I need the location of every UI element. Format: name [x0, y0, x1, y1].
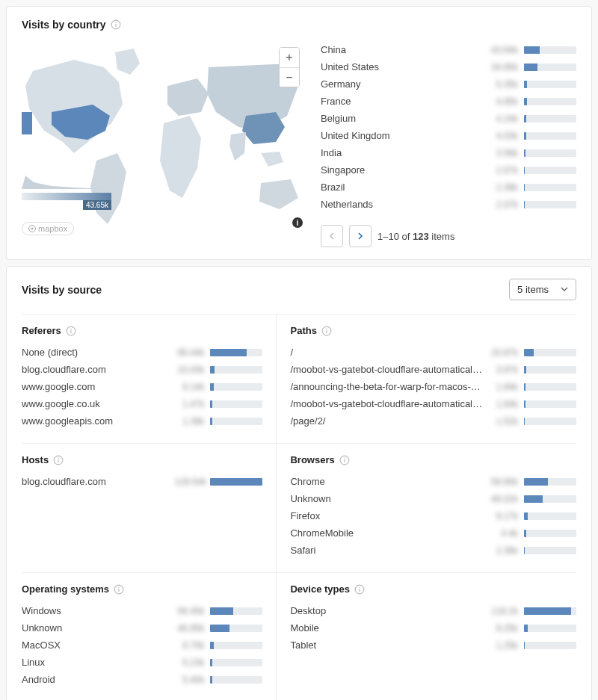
referers-bar	[210, 366, 262, 374]
browsers-bar	[524, 495, 576, 503]
info-icon[interactable]	[111, 19, 121, 30]
paths-label: /	[290, 347, 482, 358]
device-row: Desktop118.2k	[290, 602, 576, 619]
world-map[interactable]: + − 43.65k mapbox i	[22, 41, 306, 247]
country-label: Belgium	[321, 113, 482, 124]
paths-title: Paths	[290, 325, 576, 336]
mapbox-attribution[interactable]: mapbox	[22, 222, 74, 235]
os-label: Android	[22, 674, 168, 685]
paths-value: 1.52k	[488, 416, 518, 427]
country-value: 2.38k	[488, 182, 518, 193]
paths-title-text: Paths	[290, 325, 316, 336]
country-pager: 1–10 of 123 items	[321, 225, 576, 247]
svg-rect-3	[22, 112, 32, 134]
visits-by-country-title: Visits by country	[22, 19, 576, 31]
browsers-value: 46.02k	[488, 494, 518, 504]
os-row: MacOSX8.70k	[22, 636, 262, 654]
device-bar	[524, 642, 576, 649]
os-title: Operating systems	[22, 583, 262, 595]
info-icon[interactable]	[114, 584, 124, 595]
browsers-bar	[524, 547, 576, 554]
pager-of: of	[402, 231, 410, 242]
visits-by-source-title: Visits by source	[22, 284, 102, 296]
map-info-icon[interactable]: i	[292, 217, 303, 228]
map-legend-max: 43.65k	[83, 200, 111, 210]
info-icon[interactable]	[53, 455, 64, 465]
svg-rect-18	[118, 586, 119, 587]
svg-rect-2	[115, 22, 116, 23]
pager-items-label: items	[431, 231, 454, 242]
info-icon[interactable]	[321, 326, 332, 336]
pager-range: 1–10	[377, 231, 399, 242]
paths-row: /moobot-vs-gatebot-cloudflare-automatica…	[290, 395, 576, 412]
paths-label: /moobot-vs-gatebot-cloudflare-automatica…	[290, 364, 482, 375]
browsers-value: 2.36k	[488, 545, 518, 556]
referers-label: www.google.com	[22, 381, 168, 392]
referers-row: None (direct)86.44k	[22, 344, 262, 361]
browsers-label: Firefox	[290, 510, 482, 521]
referers-bar	[210, 418, 262, 425]
referers-bar	[210, 400, 262, 408]
country-row: Belgium4.24k	[321, 110, 576, 127]
country-value: 43.64k	[488, 45, 518, 55]
country-row: United States34.90k	[321, 58, 576, 75]
browsers-block: BrowsersChrome58.90kUnknown46.02kFirefox…	[277, 443, 576, 572]
country-row: Netherlands2.07k	[321, 196, 576, 213]
referers-row: www.google.co.uk1.47k	[22, 395, 262, 412]
pager-prev-button[interactable]	[321, 225, 343, 247]
svg-rect-21	[359, 586, 360, 587]
referers-title: Referers	[22, 325, 262, 336]
visits-by-country-panel: Visits by country	[6, 6, 592, 260]
device-label: Tablet	[290, 639, 482, 651]
paths-label: /moobot-vs-gatebot-cloudflare-automatica…	[290, 398, 482, 409]
os-bar	[210, 676, 262, 684]
svg-rect-14	[344, 459, 345, 462]
paths-bar	[524, 400, 576, 408]
zoom-in-button[interactable]: +	[280, 48, 299, 67]
hosts-value: 129.54k	[174, 477, 204, 487]
svg-rect-12	[58, 457, 59, 458]
referers-block: ReferersNone (direct)86.44kblog.cloudfla…	[22, 314, 277, 443]
os-row: Windows56.45k	[22, 602, 262, 619]
browsers-row: Firefox9.17k	[290, 507, 576, 524]
browsers-title: Browsers	[290, 454, 576, 465]
browsers-label: Safari	[290, 545, 482, 556]
os-bar	[210, 642, 262, 649]
browsers-title-text: Browsers	[290, 454, 334, 465]
country-value: 4.24k	[488, 114, 518, 124]
svg-rect-20	[359, 588, 360, 591]
panel-title-text: Visits by country	[22, 19, 106, 31]
browsers-bar	[524, 530, 576, 537]
info-icon[interactable]	[66, 326, 76, 336]
os-row: Unknown46.95k	[22, 619, 262, 636]
device-bar	[524, 625, 576, 632]
pager-next-button[interactable]	[349, 225, 372, 247]
country-bar	[524, 149, 576, 157]
paths-value: 1.64k	[488, 399, 518, 409]
svg-rect-15	[344, 457, 345, 458]
country-row: India3.56k	[321, 144, 576, 161]
info-icon[interactable]	[339, 455, 350, 465]
country-bar	[524, 46, 576, 54]
paths-label: /page/2/	[290, 415, 482, 427]
country-bar	[524, 115, 576, 123]
info-icon[interactable]	[354, 584, 365, 595]
referers-label: www.googleapis.com	[22, 415, 168, 427]
os-value: 46.95k	[174, 623, 204, 634]
country-row: Germany5.35k	[321, 75, 576, 93]
paths-bar	[524, 366, 576, 374]
paths-row: /announcing-the-beta-for-warp-for-macos-…	[290, 378, 576, 395]
browsers-row: ChromeMobile4.4k	[290, 524, 576, 542]
paths-value: 20.87k	[488, 347, 518, 358]
zoom-out-button[interactable]: −	[280, 67, 299, 87]
os-value: 5.40k	[174, 675, 204, 685]
browsers-label: Unknown	[290, 493, 482, 504]
hosts-block: Hostsblog.cloudflare.com129.54k	[22, 443, 277, 572]
panel-title-text: Visits by source	[22, 284, 102, 296]
os-bar	[210, 607, 262, 615]
paths-bar	[524, 349, 576, 356]
country-list: China43.64kUnited States34.90kGermany5.3…	[321, 41, 576, 247]
country-value: 4.03k	[488, 131, 518, 141]
os-label: MacOSX	[22, 639, 168, 651]
items-count-dropdown[interactable]: 5 items	[509, 279, 576, 300]
